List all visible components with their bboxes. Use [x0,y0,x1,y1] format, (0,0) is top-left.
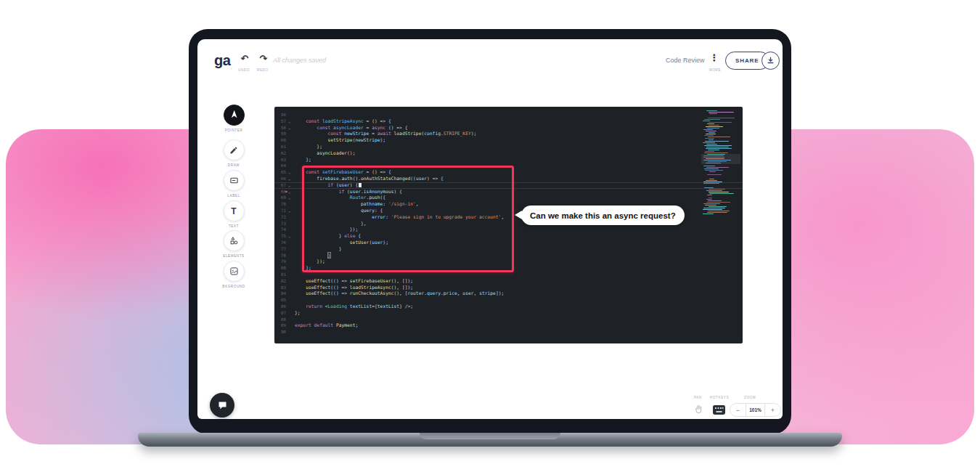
more-button[interactable]: ⋮ [706,52,722,63]
chat-button[interactable] [210,393,234,418]
fold-arrow-icon[interactable]: ⌄ [286,118,293,125]
tool-pointer[interactable]: POINTER [211,105,256,132]
code-line: 62 asyncLoader(); [274,150,743,157]
hotkeys-label: HOTKEYS [710,396,729,399]
app-logo: ga [214,52,230,69]
code-text: const loadStripeAsync = () => { [293,118,391,125]
line-number: 83 [274,285,286,291]
code-text: return <Loading textList={textList} />; [293,304,413,310]
fold-arrow-icon[interactable]: ⌄ [286,169,293,176]
redo-button[interactable]: ↷ [256,53,271,64]
autosave-status: All changes saved [273,57,326,64]
pan-tool-button[interactable] [693,403,705,415]
text-icon: T [231,206,236,216]
page: ga ↶ UNDO ↷ REDO All changes saved Code … [0,0,980,472]
fold-arrow-icon[interactable]: ⌄ [286,125,293,131]
fold-arrow-icon[interactable]: ⌄ [286,233,293,240]
pan-label: PAN [694,396,702,399]
tool-text[interactable]: T TEXT [211,200,256,228]
zoom-control: − 101% + [730,403,781,417]
code-line: 90 [274,329,743,335]
image-icon [229,266,239,276]
line-number: 82 [274,278,286,285]
line-number: 58 [274,125,286,131]
line-number: 67 [274,182,286,189]
hand-icon [693,403,704,414]
tool-text-label: TEXT [211,224,256,228]
code-text: }; [293,157,311,163]
line-number: 90 [274,329,286,335]
code-text: const newStripe = await loadStripe(confi… [293,131,476,137]
code-line: 58⌄ const asyncLoader = async () => { [274,125,743,131]
tool-background[interactable]: BKGROUND [211,261,256,288]
line-number: 70 [274,201,286,208]
code-text: useEffect(() => runCheckoutAsync(), [rou… [293,290,504,297]
comment-bubble[interactable]: Can we make this an async request? [521,206,685,225]
zoom-out-button[interactable]: − [730,404,746,416]
zoom-label: ZOOM [744,396,756,399]
line-number: 66 [274,176,286,182]
code-line: 86 return <Loading textList={textList} /… [274,304,743,310]
code-line: 83 useEffect(() => loadStripeAsync(), []… [274,285,743,291]
undo-label: UNDO [238,68,250,72]
tool-elements[interactable]: ELEMENTS [211,230,256,258]
code-line: 61 }; [274,144,743,150]
redo-label: REDO [257,68,269,72]
tool-elements-label: ELEMENTS [211,254,256,258]
line-number: 64 [274,163,286,169]
line-number: 72 [274,214,286,221]
comment-text: Can we make this an async request? [530,211,676,220]
line-number: 78 [274,253,286,259]
tool-label[interactable]: LABEL [211,170,256,198]
chat-icon [217,400,228,411]
tool-draw[interactable]: DRAW [211,139,256,167]
code-line: 59 const newStripe = await loadStripe(co… [274,131,743,137]
line-number: 73 [274,221,286,227]
code-line: 81 [274,272,743,278]
line-number: 71 [274,208,286,214]
fold-arrow-icon[interactable]: ⌄ [286,208,293,214]
fold-arrow-icon[interactable]: ⌄ [286,182,293,189]
annotation-rectangle[interactable] [302,166,514,272]
download-button[interactable] [761,52,780,70]
code-text: asyncLoader(); [293,150,355,157]
line-number: 89 [274,322,286,329]
zoom-value[interactable]: 101% [746,404,765,416]
pencil-icon [229,146,238,155]
code-line: 56 [274,112,743,118]
line-number: 74 [274,227,286,233]
line-number: 57 [274,118,286,125]
code-line: 87}; [274,310,743,317]
more-icon: ⋮ [710,52,719,63]
line-number: 61 [274,144,286,150]
line-number: 63 [274,157,286,163]
fold-arrow-icon[interactable]: ⌄ [286,176,293,182]
line-number: 62 [274,150,286,157]
undo-icon: ↶ [241,53,249,64]
tool-label-label: LABEL [211,194,256,198]
laptop-base [138,433,842,447]
share-label: SHARE [735,57,759,64]
code-text: useEffect(() => setFirebaseUser(), []); [293,278,413,285]
line-number: 86 [274,304,286,310]
fold-arrow-icon[interactable]: ⌄ [286,189,293,195]
zoom-in-button[interactable]: + [765,404,780,416]
line-number: 87 [274,310,286,317]
undo-button[interactable]: ↶ [237,53,253,64]
label-icon [229,176,239,185]
line-number: 85 [274,297,286,304]
tool-pointer-label: POINTER [211,129,256,132]
code-text: }; [293,310,301,317]
code-line: 89export default Payment; [274,322,743,329]
line-number: 56 [274,112,286,118]
hotkeys-button[interactable] [713,404,725,414]
code-line: 84 useEffect(() => runCheckoutAsync(), [… [274,290,743,297]
document-title: Code Review [666,57,705,64]
tool-draw-label: DRAW [211,163,256,167]
redo-icon: ↷ [260,53,268,64]
minimap[interactable] [703,110,739,221]
line-number: 76 [274,240,286,246]
code-text: const asyncLoader = async () => { [293,125,408,131]
fold-arrow-icon[interactable]: ⌄ [286,195,293,201]
line-number: 69 [274,195,286,201]
